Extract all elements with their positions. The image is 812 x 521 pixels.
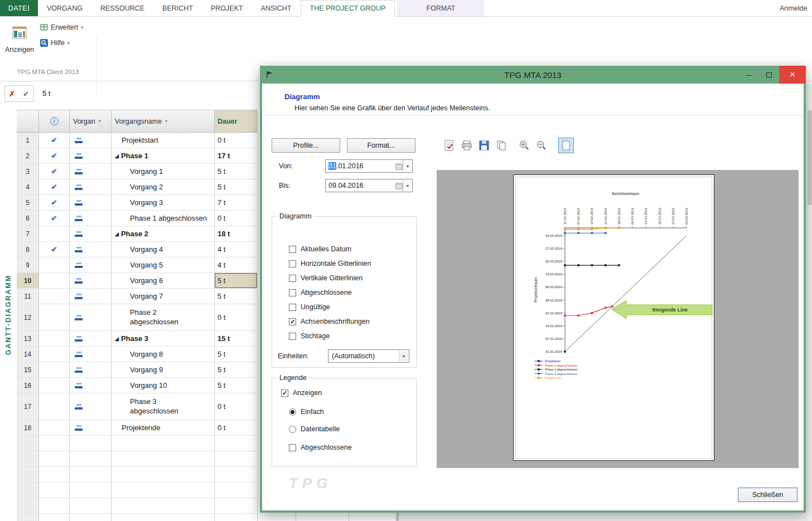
empty-row[interactable]: [17, 498, 258, 514]
task-mode-cell[interactable]: [70, 164, 112, 179]
task-name-cell[interactable]: Phase 1 abgeschlossen: [112, 211, 215, 226]
task-name-cell[interactable]: Vorgang 6: [112, 273, 215, 289]
row-number[interactable]: 14: [17, 347, 39, 362]
task-mode-cell[interactable]: [70, 420, 112, 436]
tab-format[interactable]: FORMAT: [422, 0, 460, 16]
table-row[interactable]: 3✔Vorgang 15 t: [17, 164, 258, 179]
row-number[interactable]: 18: [17, 420, 39, 436]
task-mode-cell[interactable]: [70, 195, 112, 211]
checkbox-icon[interactable]: ✓: [281, 389, 288, 397]
duration-cell[interactable]: 0 t: [215, 420, 258, 436]
task-mode-cell[interactable]: [70, 257, 112, 273]
zoom-in-icon[interactable]: [518, 139, 530, 152]
row-number[interactable]: 9: [17, 257, 39, 273]
table-row[interactable]: 10Vorgang 65 t: [17, 273, 258, 289]
schliessen-button[interactable]: Schließen: [738, 488, 798, 502]
duration-cell[interactable]: 0 t: [215, 211, 258, 226]
task-name-cell[interactable]: ◢Phase 3: [112, 331, 215, 347]
filter-arrow-icon[interactable]: ▾: [165, 119, 167, 124]
collapse-icon[interactable]: ◢: [115, 153, 119, 159]
bis-date-input[interactable]: 09.04.2016 ▾: [325, 179, 413, 192]
collapse-icon[interactable]: ◢: [115, 231, 119, 237]
tab-ansicht[interactable]: ANSICHT: [252, 0, 301, 16]
task-mode-cell[interactable]: [70, 133, 112, 148]
duration-cell[interactable]: 0 t: [215, 133, 258, 148]
duration-cell[interactable]: 5 t: [215, 378, 258, 393]
confirm-entry-icon[interactable]: ✓: [23, 90, 29, 98]
row-number[interactable]: 2: [17, 148, 39, 164]
legende-option[interactable]: ✓Anzeigen: [281, 388, 322, 397]
filter-arrow-icon[interactable]: ▾: [99, 119, 101, 124]
collapse-icon[interactable]: ◢: [115, 336, 119, 342]
checkbox-icon[interactable]: [289, 289, 296, 296]
duration-cell[interactable]: 5 t: [215, 179, 258, 195]
checkbox-icon[interactable]: [289, 333, 296, 340]
task-name-cell[interactable]: ◢Phase 1: [112, 148, 215, 164]
scrollbar-thumb[interactable]: [808, 110, 812, 205]
format-button[interactable]: Format...: [347, 138, 415, 153]
diagramm-option[interactable]: Ungültige: [289, 300, 409, 314]
duration-cell[interactable]: 17 t: [215, 148, 258, 164]
duration-cell[interactable]: 5 t: [215, 164, 258, 179]
row-number[interactable]: 11: [17, 289, 39, 304]
task-name-cell[interactable]: Vorgang 7: [112, 289, 215, 304]
table-row[interactable]: 17Phase 3 abgeschlossen0 t: [17, 393, 258, 420]
task-name-cell[interactable]: Vorgang 1: [112, 164, 215, 179]
diagramm-option[interactable]: Abgeschlossene: [289, 285, 409, 300]
duration-cell[interactable]: 18 t: [215, 226, 258, 242]
task-mode-cell[interactable]: [70, 273, 112, 289]
table-row[interactable]: 4✔Vorgang 25 t: [17, 179, 258, 195]
tab-the-project-group[interactable]: THE PROJECT GROUP: [301, 0, 395, 17]
checkbox-icon[interactable]: [289, 246, 296, 253]
checkbox-icon[interactable]: [289, 304, 296, 311]
duration-cell[interactable]: 5 t: [215, 273, 258, 289]
save-icon[interactable]: [478, 139, 490, 152]
task-mode-cell[interactable]: [70, 148, 112, 164]
erweitert-button[interactable]: Erweitert ▾: [40, 21, 83, 33]
row-number[interactable]: 6: [17, 211, 39, 226]
dialog-titlebar[interactable]: TPG MTA 2013 – ×: [260, 66, 806, 84]
duration-cell[interactable]: 5 t: [215, 347, 258, 362]
legende-option[interactable]: Abgeschlossene: [289, 443, 352, 452]
empty-row[interactable]: [17, 483, 258, 498]
duration-cell[interactable]: 0 t: [215, 393, 258, 420]
duration-cell[interactable]: 0 t: [215, 304, 258, 331]
task-mode-cell[interactable]: [70, 378, 112, 393]
report-icon[interactable]: [443, 139, 456, 152]
table-row[interactable]: 9Vorgang 54 t: [17, 257, 258, 273]
task-mode-cell[interactable]: [70, 362, 112, 378]
page-preview-icon[interactable]: [558, 138, 574, 153]
header-duration[interactable]: Dauer: [215, 110, 258, 132]
task-name-cell[interactable]: Projektstart: [112, 133, 215, 148]
radio-icon[interactable]: [289, 426, 296, 433]
task-name-cell[interactable]: Vorgang 5: [112, 257, 215, 273]
row-number[interactable]: 12: [17, 304, 39, 331]
diagramm-option[interactable]: ✓Achsenbeschriftungen: [289, 314, 409, 329]
task-mode-cell[interactable]: [70, 347, 112, 362]
table-row[interactable]: 11Vorgang 75 t: [17, 289, 258, 304]
task-mode-cell[interactable]: [70, 211, 112, 226]
tab-ressource[interactable]: RESSOURCE: [91, 0, 153, 16]
print-icon[interactable]: [461, 139, 473, 152]
hilfe-button[interactable]: Hilfe ▾: [40, 37, 70, 49]
header-task-name[interactable]: Vorgangsname ▾: [112, 110, 215, 132]
checkbox-icon[interactable]: [289, 260, 296, 267]
header-info[interactable]: i: [39, 110, 70, 132]
row-number[interactable]: 4: [17, 179, 39, 195]
header-task-mode[interactable]: Vorgan ▾: [70, 110, 112, 132]
legende-option[interactable]: Einfach: [289, 407, 324, 416]
minimize-button[interactable]: –: [739, 66, 759, 84]
duration-cell[interactable]: 4 t: [215, 242, 258, 257]
duration-cell[interactable]: 4 t: [215, 257, 258, 273]
task-name-cell[interactable]: Vorgang 2: [112, 179, 215, 195]
row-number[interactable]: 8: [17, 242, 39, 257]
diagramm-option[interactable]: Aktuelles Datum: [289, 242, 409, 256]
task-name-cell[interactable]: Vorgang 9: [112, 362, 215, 378]
copy-icon[interactable]: [495, 139, 508, 152]
zoom-out-icon[interactable]: [535, 139, 548, 152]
calendar-icon[interactable]: [395, 163, 403, 170]
tab-datei[interactable]: DATEI: [0, 0, 38, 16]
profile-button[interactable]: Profile...: [272, 138, 340, 153]
header-row-number[interactable]: [17, 110, 39, 132]
task-name-cell[interactable]: Phase 3 abgeschlossen: [112, 393, 215, 420]
